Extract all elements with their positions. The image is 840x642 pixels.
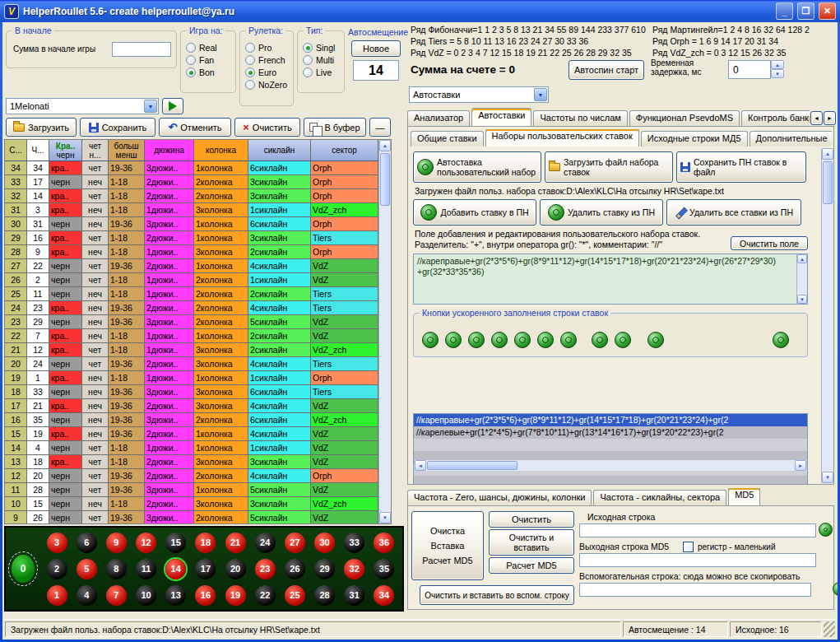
table-row[interactable]: 1833черннеч19-363дюжи..3колонка6сиклайнT… <box>5 385 378 399</box>
mode-combo[interactable]: Автоставки ▼ <box>409 86 549 103</box>
radio-option-pro[interactable]: Pro <box>240 41 293 54</box>
roulette-number-30[interactable]: 30 <box>314 533 335 553</box>
delay-spinner[interactable]: 0 ▲ ▼ <box>728 60 784 79</box>
roulette-number-0[interactable]: 0 <box>12 555 35 583</box>
tab-main-3[interactable]: Частоты по числам <box>533 110 627 126</box>
roulette-number-13[interactable]: 13 <box>165 585 186 606</box>
roulette-number-21[interactable]: 21 <box>225 533 246 553</box>
roulette-number-23[interactable]: 23 <box>255 559 276 579</box>
table-row[interactable]: 2112кра..чет1-181дюжи..3колонка2сиклайнV… <box>5 343 378 357</box>
table-row[interactable]: 1635черннеч19-363дюжи..2колонка6сиклайнV… <box>5 413 378 427</box>
scroll-up-icon[interactable]: ▲ <box>379 140 391 151</box>
radio-singl-icon[interactable] <box>303 43 313 53</box>
play-button[interactable] <box>162 98 183 114</box>
radio-multi-icon[interactable] <box>303 55 313 65</box>
md5-clear-button[interactable]: Очистить <box>489 511 574 528</box>
radio-fan-icon[interactable] <box>186 55 196 65</box>
delete-all-bets-button[interactable]: Удалить все ставки из ПН <box>666 199 801 226</box>
radio-french-icon[interactable] <box>245 55 255 65</box>
panel-scrollbar[interactable]: ▲ ▼ <box>821 148 833 483</box>
load-table-button[interactable]: Загрузить <box>6 118 77 137</box>
table-row[interactable]: 3434кра..чет19-363дюжи..1колонка6сиклайн… <box>5 161 378 175</box>
scroll-down-icon[interactable]: ▼ <box>379 512 391 523</box>
load-set-file-button[interactable]: Загрузить файл набора ставок <box>545 151 673 183</box>
table-row[interactable]: 144чернчет1-181дюжи..1колонка1сиклайнVdZ <box>5 441 378 455</box>
table-row[interactable]: 1128чернчет19-363дюжи..1колонка5сиклайнV… <box>5 483 378 497</box>
minimize-button[interactable]: _ <box>776 2 793 20</box>
table-row[interactable]: 2024чернчет19-362дюжи..3колонка4сиклайнT… <box>5 357 378 371</box>
roulette-number-27[interactable]: 27 <box>285 533 305 553</box>
column-header[interactable]: сиклайн <box>248 140 311 160</box>
roulette-number-24[interactable]: 24 <box>255 533 276 553</box>
undo-button[interactable]: ↶Отменить <box>159 118 231 137</box>
autospin-button[interactable]: Автоспин старт <box>569 60 644 80</box>
tab-bets-2[interactable]: Наборы пользовательских ставок <box>485 129 639 147</box>
resize-grip[interactable] <box>824 621 835 637</box>
roulette-number-26[interactable]: 26 <box>285 559 305 579</box>
column-header[interactable]: большменш <box>109 140 145 160</box>
table-row[interactable]: 1015черннеч1-182дюжи..3колонка3сиклайнVd… <box>5 497 378 511</box>
close-button[interactable]: ✕ <box>819 2 836 20</box>
roulette-number-4[interactable]: 4 <box>77 585 97 606</box>
to-buffer-button[interactable]: В буфер <box>304 118 366 137</box>
copy-aux-button[interactable] <box>833 582 838 596</box>
radio-option-real[interactable]: Real <box>181 41 235 54</box>
tab-main-5[interactable]: Контроль банкролла <box>741 110 810 126</box>
roulette-number-8[interactable]: 8 <box>106 559 127 579</box>
spin-up-icon[interactable]: ▲ <box>771 60 784 69</box>
tab-freq-1[interactable]: Частота - Zero, шансы, дюжины, колонки <box>407 490 592 505</box>
case-checkbox[interactable] <box>683 542 694 552</box>
roulette-number-6[interactable]: 6 <box>77 533 97 553</box>
table-row[interactable]: 191кра..неч1-181дюжи..1колонка1сиклайнOr… <box>5 371 378 385</box>
roulette-number-12[interactable]: 12 <box>136 533 156 553</box>
md5-calc-button[interactable]: Расчет MD5 <box>489 557 574 574</box>
copy-source-button[interactable] <box>819 523 833 537</box>
autobet-set-button[interactable]: Автоставка пользовательский набор <box>413 151 541 183</box>
table-row[interactable]: 262чернчет1-181дюжи..2колонка1сиклайнVdZ <box>5 273 378 287</box>
scroll-down-icon[interactable]: ▼ <box>797 295 807 304</box>
table-row[interactable]: 1519кра..неч19-362дюжи..1колонка4сиклайн… <box>5 427 378 441</box>
quick-fill-7-button[interactable] <box>560 332 577 348</box>
radio-option-live[interactable]: Live <box>298 66 344 78</box>
scrollbar-thumb[interactable] <box>380 153 390 206</box>
tab-bets-1[interactable]: Общие ставки <box>411 131 484 147</box>
clear-field-button[interactable]: Очистить поле <box>731 236 808 250</box>
maximize-button[interactable]: ❐ <box>797 2 814 20</box>
table-row[interactable]: 227кра..неч1-181дюжи..1колонка2сиклайнVd… <box>5 329 378 343</box>
delay-value[interactable]: 0 <box>728 60 771 79</box>
quick-fill-5-button[interactable] <box>514 332 531 348</box>
radio-option-french[interactable]: French <box>240 54 293 66</box>
save-table-button[interactable]: Сохранить <box>80 118 155 137</box>
edit-field-scrollbar[interactable]: ▲ ▼ <box>796 254 807 304</box>
radio-nozero-icon[interactable] <box>245 80 255 90</box>
scroll-up-icon[interactable]: ▲ <box>822 148 833 160</box>
table-row[interactable]: 926чернчет19-363дюжи..2колонка5сиклайнVd… <box>5 511 378 524</box>
preset-combo[interactable]: 1Melonati ▼ <box>6 98 159 114</box>
list-item[interactable]: //кареправые+gr(2*3*5*6)+gr(8*9*11*12)+g… <box>414 414 807 426</box>
bet-set-list[interactable]: //кареправые+gr(2*3*5*6)+gr(8*9*11*12)+g… <box>413 413 808 485</box>
roulette-number-17[interactable]: 17 <box>195 559 216 579</box>
chevron-down-icon[interactable]: ▼ <box>534 88 547 101</box>
roulette-number-19[interactable]: 19 <box>225 585 246 606</box>
column-header[interactable]: Кра..черн <box>49 140 82 160</box>
column-header[interactable]: колонка <box>194 140 248 160</box>
radio-option-fan[interactable]: Fan <box>181 54 235 66</box>
paste-aux-button[interactable]: Очистить и вставить во вспом. строку <box>420 585 574 605</box>
table-row[interactable]: 3214кра..чет1-182дюжи..2колонка3сиклайнO… <box>5 189 378 203</box>
tab-scroll-right-icon[interactable]: ► <box>824 111 836 125</box>
roulette-number-36[interactable]: 36 <box>374 533 394 553</box>
chevron-down-icon[interactable]: ▼ <box>144 100 157 113</box>
quick-fill-10-button[interactable] <box>647 332 664 348</box>
scroll-left-icon[interactable]: ◄ <box>415 460 426 471</box>
delete-bet-button[interactable]: Удалить ставку из ПН <box>540 199 663 226</box>
table-row[interactable]: 2916кра..чет1-182дюжи..1колонка3сиклайнT… <box>5 231 378 245</box>
table-row[interactable]: 3317черннеч1-182дюжи..2колонка3сиклайнOr… <box>5 175 378 189</box>
quick-fill-8-button[interactable] <box>592 332 608 348</box>
roulette-number-25[interactable]: 25 <box>285 585 305 606</box>
roulette-number-18[interactable]: 18 <box>195 533 216 553</box>
roulette-number-15[interactable]: 15 <box>165 533 186 553</box>
roulette-number-32[interactable]: 32 <box>344 559 364 579</box>
md5-big-button[interactable]: Очистка Вставка Расчет MD5 <box>411 511 484 580</box>
md5-aux-input[interactable] <box>579 583 811 597</box>
minus-button[interactable]: — <box>369 118 391 137</box>
